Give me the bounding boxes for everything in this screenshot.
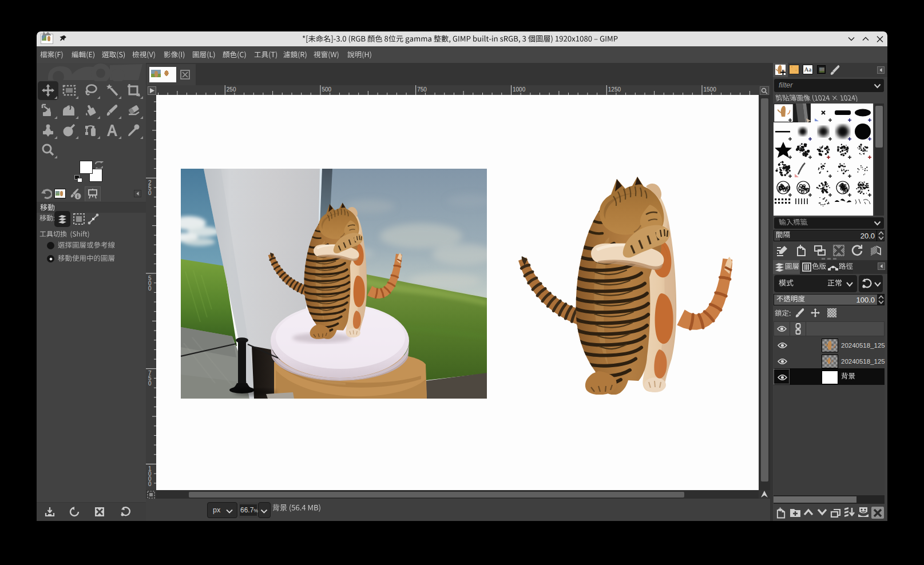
svg-text:0: 0 — [148, 190, 152, 196]
svg-text:500: 500 — [322, 86, 332, 93]
svg-text:0: 0 — [148, 481, 152, 487]
svg-text:250: 250 — [227, 86, 236, 93]
svg-text:1250: 1250 — [608, 86, 621, 93]
svg-text:1500: 1500 — [704, 86, 717, 93]
svg-text:0: 0 — [148, 285, 152, 292]
svg-text:1000: 1000 — [513, 86, 526, 93]
svg-text:750: 750 — [417, 86, 427, 93]
svg-text:0: 0 — [148, 380, 152, 387]
